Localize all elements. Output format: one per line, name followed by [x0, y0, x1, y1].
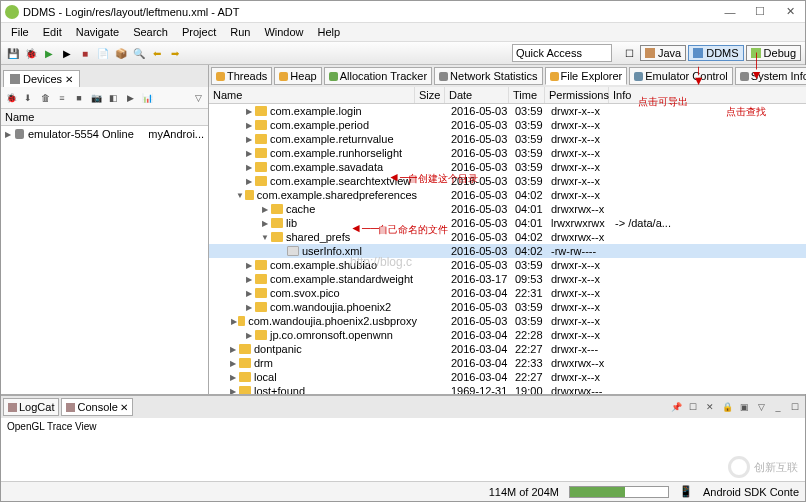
file-explorer-panel: Threads Heap Allocation Tracker Network …	[209, 65, 806, 394]
save-icon[interactable]: 💾	[5, 45, 21, 61]
perspective-debug[interactable]: Debug	[746, 45, 801, 61]
file-row[interactable]: ▶com.example.period2016-05-0303:59drwxr-…	[209, 118, 806, 132]
menu-search[interactable]: Search	[127, 25, 174, 39]
file-row[interactable]: ▼com.example.sharedpreferences2016-05-03…	[209, 188, 806, 202]
close-button[interactable]: ✕	[779, 4, 801, 20]
console-content: OpenGL Trace View	[1, 418, 805, 455]
search-icon[interactable]: 🔍	[131, 45, 147, 61]
menu-help[interactable]: Help	[312, 25, 347, 39]
scroll-lock-icon[interactable]: 🔒	[719, 399, 735, 415]
device-list: ▶ emulator-5554 Online myAndroi...	[1, 126, 208, 394]
run-last-icon[interactable]: ▶	[59, 45, 75, 61]
statusbar: 114M of 204M 📱Android SDK Conte	[1, 481, 805, 501]
app-icon	[5, 5, 19, 19]
file-row[interactable]: ▶lost+found1969-12-3119:00drwxrwx---	[209, 384, 806, 394]
dump-view-icon[interactable]: ◧	[105, 90, 121, 106]
file-row[interactable]: ▶com.svox.pico2016-03-0422:31drwxr-x--x	[209, 286, 806, 300]
tab-allocation[interactable]: Allocation Tracker	[324, 67, 432, 85]
open-console-icon[interactable]: ▣	[736, 399, 752, 415]
perspective-ddms[interactable]: DDMS	[688, 45, 743, 61]
menu-navigate[interactable]: Navigate	[70, 25, 125, 39]
file-row[interactable]: ▼shared_prefs2016-05-0304:02drwxrwx--x	[209, 230, 806, 244]
col-name[interactable]: Name	[209, 87, 415, 103]
minimize-button[interactable]: —	[719, 4, 741, 20]
file-row[interactable]: ▶jp.co.omronsoft.openwnn2016-03-0422:28d…	[209, 328, 806, 342]
tab-threads[interactable]: Threads	[211, 67, 272, 85]
tab-console[interactable]: Console ✕	[61, 398, 132, 416]
device-row[interactable]: ▶ emulator-5554 Online myAndroi...	[1, 126, 208, 142]
menubar: File Edit Navigate Search Project Run Wi…	[1, 23, 805, 41]
debug-btn-icon[interactable]: 🐞	[3, 90, 19, 106]
titlebar: DDMS - Login/res/layout/leftmenu.xml - A…	[1, 1, 805, 23]
bview-menu-icon[interactable]: ▽	[753, 399, 769, 415]
menu-project[interactable]: Project	[176, 25, 222, 39]
debug-icon[interactable]: 🐞	[23, 45, 39, 61]
tab-network[interactable]: Network Statistics	[434, 67, 542, 85]
view-menu-icon[interactable]: ▽	[190, 90, 206, 106]
col-time[interactable]: Time	[509, 87, 545, 103]
file-row[interactable]: ▶com.example.runhorselight2016-05-0303:5…	[209, 146, 806, 160]
tab-logcat[interactable]: LogCat	[3, 398, 59, 416]
bmin-icon[interactable]: _	[770, 399, 786, 415]
package-icon[interactable]: 📦	[113, 45, 129, 61]
tab-emulator[interactable]: Emulator Control	[629, 67, 733, 85]
quick-access-input[interactable]: Quick Access	[512, 44, 612, 62]
menu-edit[interactable]: Edit	[37, 25, 68, 39]
bottom-panel: LogCat Console ✕ 📌 ☐ ✕ 🔒 ▣ ▽ _ ☐ OpenGL …	[1, 395, 805, 455]
start-method-icon[interactable]: ▶	[122, 90, 138, 106]
tab-heap[interactable]: Heap	[274, 67, 321, 85]
file-tree[interactable]: ▶com.example.login2016-05-0303:59drwxr-x…	[209, 104, 806, 394]
file-row[interactable]: ▶com.example.standardweight2016-03-1709:…	[209, 272, 806, 286]
file-row[interactable]: ▶com.wandoujia.phoenix22016-05-0303:59dr…	[209, 300, 806, 314]
window-title: DDMS - Login/res/layout/leftmenu.xml - A…	[23, 6, 719, 18]
bmax-icon[interactable]: ☐	[787, 399, 803, 415]
file-row[interactable]: ▶com.example.shubiao2016-05-0303:59drwxr…	[209, 258, 806, 272]
tab-devices[interactable]: Devices ✕	[3, 70, 80, 87]
forward-icon[interactable]: ➡	[167, 45, 183, 61]
col-name[interactable]: Name	[1, 109, 141, 125]
heap-status: 114M of 204M	[489, 486, 559, 498]
file-row[interactable]: ▶com.wandoujia.phoenix2.usbproxy2016-05-…	[209, 314, 806, 328]
open-perspective-icon[interactable]: ☐	[622, 45, 638, 61]
menu-file[interactable]: File	[5, 25, 35, 39]
maximize-button[interactable]: ☐	[749, 4, 771, 20]
systrace-icon[interactable]: 📊	[139, 90, 155, 106]
progress-bar	[569, 486, 669, 498]
stop-icon[interactable]: ■	[77, 45, 93, 61]
menu-run[interactable]: Run	[224, 25, 256, 39]
screenshot-icon[interactable]: 📷	[88, 90, 104, 106]
file-row[interactable]: ▶com.example.searchtextview2016-05-0303:…	[209, 174, 806, 188]
tab-file-explorer[interactable]: File Explorer	[545, 67, 628, 85]
file-row[interactable]: ▶dontpanic2016-03-0422:27drwxr-x---	[209, 342, 806, 356]
devices-panel: Devices ✕ 🐞 ⬇ 🗑 ≡ ■ 📷 ◧ ▶ 📊 ▽ Name	[1, 65, 209, 394]
sdk-status: Android SDK Conte	[703, 486, 799, 498]
col-date[interactable]: Date	[445, 87, 509, 103]
gc-icon[interactable]: 🗑	[37, 90, 53, 106]
menu-window[interactable]: Window	[258, 25, 309, 39]
toolbar: 💾 🐞 ▶ ▶ ■ 📄 📦 🔍 ⬅ ➡ Quick Access ☐ Java …	[1, 41, 805, 65]
file-row[interactable]: ▶lib2016-05-0304:01lrwxrwxrwx-> /data/a.…	[209, 216, 806, 230]
file-row[interactable]: ▶com.example.login2016-05-0303:59drwxr-x…	[209, 104, 806, 118]
logo-watermark: 创新互联	[728, 456, 798, 478]
new-icon[interactable]: 📄	[95, 45, 111, 61]
col-perm[interactable]: Permissions	[545, 87, 609, 103]
tab-sysinfo[interactable]: System Information	[735, 67, 806, 85]
pin-icon[interactable]: 📌	[668, 399, 684, 415]
file-row[interactable]: ▶local2016-03-0422:27drwxr-x--x	[209, 370, 806, 384]
heap-update-icon[interactable]: ⬇	[20, 90, 36, 106]
file-row[interactable]: ▶com.example.returnvalue2016-05-0303:59d…	[209, 132, 806, 146]
col-info[interactable]: Info	[609, 87, 806, 103]
display-icon[interactable]: ☐	[685, 399, 701, 415]
perspective-java[interactable]: Java	[640, 45, 686, 61]
col-size[interactable]: Size	[415, 87, 445, 103]
file-row[interactable]: ▶com.example.savadata2016-05-0303:59drwx…	[209, 160, 806, 174]
stop-thread-icon[interactable]: ■	[71, 90, 87, 106]
back-icon[interactable]: ⬅	[149, 45, 165, 61]
file-row[interactable]: userInfo.xml2016-05-0304:02-rw-rw----	[209, 244, 806, 258]
run-icon[interactable]: ▶	[41, 45, 57, 61]
clear-icon[interactable]: ✕	[702, 399, 718, 415]
file-row[interactable]: ▶cache2016-05-0304:01drwxrwx--x	[209, 202, 806, 216]
file-row[interactable]: ▶drm2016-03-0422:33drwxrwx--x	[209, 356, 806, 370]
threads-icon[interactable]: ≡	[54, 90, 70, 106]
